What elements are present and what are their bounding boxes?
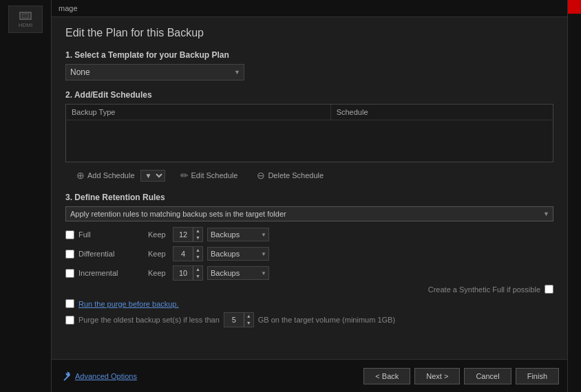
template-select-wrapper: None Daily Weekly Monthly — [65, 64, 244, 80]
footer-buttons: < Back Next > Cancel Finish — [363, 368, 559, 384]
section1-label: 1. Select a Template for your Backup Pla… — [65, 50, 553, 60]
purge-section: Run the purge before backup. Purge the o… — [65, 299, 553, 327]
retention-rule-select[interactable]: Apply retention rules to matching backup… — [65, 206, 553, 221]
differential-label: Differential — [78, 250, 130, 258]
edit-schedule-label: Edit Schedule — [191, 171, 238, 179]
back-button[interactable]: < Back — [363, 368, 410, 384]
left-sidebar: HDMI — [0, 0, 52, 392]
main-content: mage Edit the Plan for this Backup 1. Se… — [52, 0, 567, 392]
right-sidebar — [567, 0, 581, 392]
incremental-spinner-up[interactable]: ▲ — [193, 266, 202, 273]
differential-spinner-arrows: ▲ ▼ — [193, 247, 202, 261]
finish-button[interactable]: Finish — [516, 368, 559, 384]
purge-spinner-arrows: ▲ ▼ — [244, 313, 253, 327]
full-spinner-arrows: ▲ ▼ — [193, 228, 202, 241]
add-icon: ⊕ — [76, 170, 85, 181]
full-type-select[interactable]: Backups Days Weeks — [207, 228, 269, 241]
add-schedule-dropdown[interactable]: ▼ — [140, 170, 165, 182]
synthetic-full-row: Create a Synthetic Full if possible — [65, 285, 553, 294]
incremental-checkbox[interactable] — [65, 269, 74, 278]
section-template: 1. Select a Template for your Backup Pla… — [65, 50, 553, 80]
purge-before-label: Run the purge before backup. — [78, 300, 179, 308]
next-button[interactable]: Next > — [414, 368, 460, 384]
incremental-type-wrapper: Backups Days Weeks — [207, 266, 269, 280]
page-title: Edit the Plan for this Backup — [65, 27, 553, 39]
purge-spinner-down[interactable]: ▼ — [244, 320, 253, 327]
full-spinner-up[interactable]: ▲ — [193, 228, 202, 235]
add-schedule-button[interactable]: ⊕ Add Schedule — [72, 168, 139, 183]
purge-spinner: ▲ ▼ — [224, 312, 254, 327]
retention-rows: Full Keep ▲ ▼ Backups Days Weeks — [65, 227, 553, 294]
full-keep-label: Keep — [148, 230, 169, 239]
advanced-options-label: Advanced Options — [75, 372, 137, 380]
add-schedule-wrapper: ⊕ Add Schedule ▼ — [72, 168, 165, 183]
full-checkbox[interactable] — [65, 230, 74, 239]
retention-row-incremental: Incremental Keep ▲ ▼ Backups Days W — [65, 265, 553, 281]
retention-row-full: Full Keep ▲ ▼ Backups Days Weeks — [65, 227, 553, 242]
purge-spinner-up[interactable]: ▲ — [244, 313, 253, 320]
advanced-options-link[interactable]: Advanced Options — [60, 371, 137, 382]
edit-schedule-button[interactable]: ✏ Edit Schedule — [176, 168, 242, 183]
section3-label: 3. Define Retention Rules — [65, 193, 553, 202]
incremental-label: Incremental — [78, 269, 130, 277]
incremental-spinner: ▲ ▼ — [173, 265, 203, 281]
col-backup-type: Backup Type — [66, 105, 331, 120]
full-label: Full — [78, 230, 130, 239]
incremental-spinner-down[interactable]: ▼ — [193, 273, 202, 280]
purge-oldest-prefix: Purge the oldest backup set(s) if less t… — [78, 316, 220, 324]
minus-circle-icon: ⊖ — [257, 170, 265, 181]
hdmi-icon: HDMI — [8, 6, 43, 33]
right-accent — [568, 0, 581, 14]
purge-oldest-checkbox[interactable] — [65, 316, 74, 325]
col-schedule: Schedule — [331, 105, 553, 120]
schedule-buttons: ⊕ Add Schedule ▼ ✏ Edit Schedule ⊖ Delet… — [65, 168, 553, 183]
hdmi-label: HDMI — [19, 22, 32, 28]
retention-rule-select-wrapper: Apply retention rules to matching backup… — [65, 206, 553, 221]
section-schedules: 2. Add/Edit Schedules Backup Type Schedu… — [65, 90, 553, 183]
incremental-type-select[interactable]: Backups Days Weeks — [207, 266, 269, 280]
synthetic-full-checkbox[interactable] — [545, 285, 553, 294]
incremental-value-input[interactable] — [173, 268, 193, 279]
purge-value-input[interactable] — [224, 314, 244, 325]
delete-schedule-button[interactable]: ⊖ Delete Schedule — [253, 168, 328, 183]
pencil-icon: ✏ — [180, 170, 189, 181]
differential-spinner-down[interactable]: ▼ — [193, 254, 202, 261]
full-type-wrapper: Backups Days Weeks — [207, 228, 269, 241]
differential-spinner: ▲ ▼ — [173, 246, 203, 261]
svg-rect-1 — [22, 14, 29, 18]
footer: Advanced Options < Back Next > Cancel Fi… — [52, 359, 567, 392]
differential-keep-label: Keep — [148, 250, 169, 258]
schedule-table-body — [66, 120, 553, 162]
differential-checkbox[interactable] — [65, 250, 74, 259]
full-value-input[interactable] — [173, 229, 193, 240]
differential-type-select[interactable]: Backups Days Weeks — [207, 247, 269, 261]
incremental-keep-label: Keep — [148, 269, 169, 277]
purge-suffix: GB on the target volume (minimum 1GB) — [258, 316, 395, 324]
section-retention: 3. Define Retention Rules Apply retentio… — [65, 193, 553, 327]
differential-type-wrapper: Backups Days Weeks — [207, 247, 269, 261]
delete-schedule-label: Delete Schedule — [268, 171, 324, 179]
purge-before-checkbox[interactable] — [65, 299, 74, 308]
differential-value-input[interactable] — [173, 248, 193, 259]
title-bar: mage — [52, 0, 567, 17]
schedule-table: Backup Type Schedule — [65, 104, 553, 162]
differential-spinner-up[interactable]: ▲ — [193, 247, 202, 254]
full-spinner-down[interactable]: ▼ — [193, 235, 202, 241]
wrench-icon — [60, 371, 71, 382]
synthetic-label: Create a Synthetic Full if possible — [428, 285, 540, 294]
purge-before-row: Run the purge before backup. — [65, 299, 553, 308]
title-bar-text: mage — [59, 4, 78, 12]
full-spinner: ▲ ▼ — [173, 227, 203, 242]
purge-oldest-row: Purge the oldest backup set(s) if less t… — [65, 312, 553, 327]
cancel-button[interactable]: Cancel — [464, 368, 511, 384]
retention-row-differential: Differential Keep ▲ ▼ Backups Days — [65, 246, 553, 261]
add-schedule-label: Add Schedule — [87, 171, 135, 179]
content-area: Edit the Plan for this Backup 1. Select … — [52, 17, 567, 359]
section2-label: 2. Add/Edit Schedules — [65, 90, 553, 100]
schedule-table-header: Backup Type Schedule — [66, 105, 553, 120]
incremental-spinner-arrows: ▲ ▼ — [193, 266, 202, 280]
template-select[interactable]: None Daily Weekly Monthly — [65, 64, 244, 80]
